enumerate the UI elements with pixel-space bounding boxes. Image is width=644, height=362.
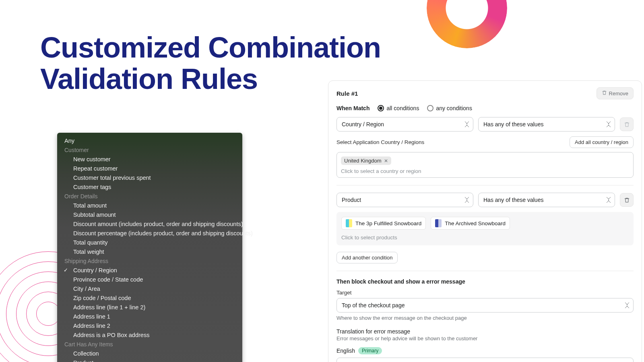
radio-any-conditions[interactable]: any conditions <box>427 105 472 111</box>
dropdown-item[interactable]: Zip code / Postal code <box>57 293 242 302</box>
dropdown-group-header: Order Details <box>57 191 242 201</box>
dropdown-item[interactable]: Country / Region <box>57 265 242 275</box>
error-message-input[interactable] <box>336 358 634 362</box>
dropdown-item[interactable]: Total amount <box>57 201 242 210</box>
dropdown-item[interactable]: New customer <box>57 154 242 164</box>
dropdown-item[interactable]: Subtotal amount <box>57 210 242 219</box>
dropdown-item-any[interactable]: Any <box>57 136 242 145</box>
remove-button-label: Remove <box>609 90 628 97</box>
product-tag[interactable]: The 3p Fulfilled Snowboard <box>341 217 426 230</box>
dropdown-item[interactable]: Total quantity <box>57 238 242 247</box>
rule-card: Rule #1 Remove When Match all conditions… <box>328 80 642 362</box>
decorative-ring <box>427 0 507 48</box>
dropdown-item[interactable]: Repeat customer <box>57 164 242 173</box>
dropdown-group-header: Customer <box>57 145 242 154</box>
translation-label: Translation for error message <box>336 328 634 335</box>
country-section-label: Select Application Country / Regions <box>336 139 424 145</box>
delete-condition-button[interactable] <box>620 117 634 131</box>
product-swatch-icon <box>346 219 352 227</box>
add-all-countries-button[interactable]: Add all country / region <box>570 136 634 148</box>
then-section-title: Then block checkout and show a error mes… <box>336 278 634 285</box>
dropdown-group-header: Shipping Address <box>57 256 242 265</box>
condition-operator-select[interactable]: Has any of these values <box>478 117 615 132</box>
dropdown-item[interactable]: Province code / State code <box>57 275 242 284</box>
condition-field-select[interactable]: Country / Region <box>336 117 473 132</box>
country-tag-input[interactable]: United Kingdom ✕ Click to select a count… <box>336 152 634 178</box>
target-help-text: Where to show the error message on the c… <box>336 315 634 321</box>
dropdown-item[interactable]: Customer total previous spent <box>57 173 242 182</box>
field-dropdown-menu[interactable]: Any CustomerNew customerRepeat customerC… <box>57 133 242 362</box>
condition-field-select[interactable]: Product <box>336 193 473 207</box>
dropdown-item[interactable]: City / Area <box>57 284 242 293</box>
product-tag[interactable]: The Archived Snowboard <box>431 217 510 230</box>
target-field-label: Target <box>336 290 634 296</box>
rule-title: Rule #1 <box>336 90 358 97</box>
country-input-placeholder: Click to select a country or region <box>341 168 629 174</box>
remove-tag-icon[interactable]: ✕ <box>384 158 388 164</box>
trash-icon <box>602 90 607 97</box>
dropdown-item[interactable]: Discount amount (includes product, order… <box>57 219 242 228</box>
dropdown-item[interactable]: Address is a PO Box address <box>57 330 242 339</box>
dropdown-item[interactable]: Product <box>57 358 242 362</box>
dropdown-item[interactable]: Total weight <box>57 247 242 256</box>
product-swatch-icon <box>435 219 442 227</box>
product-tag-label: The 3p Fulfilled Snowboard <box>355 220 421 226</box>
radio-all-conditions[interactable]: all conditions <box>378 105 419 111</box>
radio-icon <box>427 105 433 111</box>
delete-condition-button[interactable] <box>620 193 634 207</box>
radio-any-label: any conditions <box>436 105 472 111</box>
dropdown-item[interactable]: Address line (line 1 + line 2) <box>57 302 242 312</box>
remove-rule-button[interactable]: Remove <box>597 87 634 99</box>
condition-operator-select[interactable]: Has any of these values <box>478 193 615 207</box>
dropdown-item[interactable]: Address line 1 <box>57 312 242 321</box>
product-input-placeholder: Click to select products <box>341 234 629 241</box>
dropdown-item[interactable]: Address line 2 <box>57 321 242 330</box>
dropdown-item[interactable]: Customer tags <box>57 182 242 191</box>
radio-icon <box>378 105 384 111</box>
dropdown-item[interactable]: Discount percentage (includes product, o… <box>57 228 242 238</box>
when-match-label: When Match <box>336 105 369 111</box>
radio-all-label: all conditions <box>386 105 419 111</box>
product-tag-label: The Archived Snowboard <box>445 220 506 226</box>
target-select[interactable]: Top of the checkout page <box>336 298 634 313</box>
dropdown-group-header: Cart Has Any Items <box>57 339 242 349</box>
translation-help-text: Error messages or help advice will be sh… <box>336 335 634 341</box>
country-tag-label: United Kingdom <box>344 158 382 164</box>
add-condition-button[interactable]: Add another condition <box>336 252 398 263</box>
product-selector[interactable]: The 3p Fulfilled Snowboard The Archived … <box>336 212 634 245</box>
primary-badge: Primary <box>358 347 382 354</box>
language-label: English <box>336 348 355 354</box>
dropdown-item[interactable]: Collection <box>57 349 242 358</box>
country-tag[interactable]: United Kingdom ✕ <box>341 156 391 165</box>
